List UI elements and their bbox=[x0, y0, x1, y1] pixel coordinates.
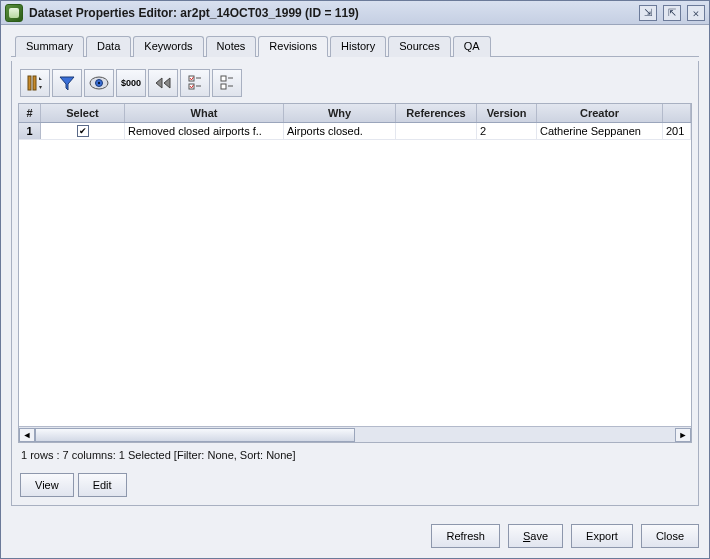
tab-notes[interactable]: Notes bbox=[206, 36, 257, 57]
col-header-creator[interactable]: Creator bbox=[537, 104, 663, 122]
view-button[interactable]: View bbox=[20, 473, 74, 497]
tab-summary[interactable]: Summary bbox=[15, 36, 84, 57]
col-header-why[interactable]: Why bbox=[284, 104, 396, 122]
checklist-b-icon[interactable] bbox=[212, 69, 242, 97]
tab-panel-revisions: $000 # Select What Why References bbox=[11, 61, 699, 506]
eye-icon[interactable] bbox=[84, 69, 114, 97]
footer-buttons: Refresh Save Export Close bbox=[1, 516, 709, 558]
scroll-right-icon[interactable]: ► bbox=[675, 428, 691, 442]
cell-rownum: 1 bbox=[19, 123, 41, 139]
maximize-icon[interactable]: ⇱ bbox=[663, 5, 681, 21]
svg-rect-9 bbox=[221, 76, 226, 81]
edit-button[interactable]: Edit bbox=[78, 473, 127, 497]
tab-sources[interactable]: Sources bbox=[388, 36, 450, 57]
rewind-icon[interactable] bbox=[148, 69, 178, 97]
close-icon[interactable]: ⨉ bbox=[687, 5, 705, 21]
tab-revisions[interactable]: Revisions bbox=[258, 36, 328, 57]
col-header-date[interactable] bbox=[663, 104, 691, 122]
cell-select[interactable] bbox=[41, 123, 125, 139]
filter-icon[interactable] bbox=[52, 69, 82, 97]
scroll-track[interactable] bbox=[35, 428, 675, 442]
cell-why: Airports closed. bbox=[284, 123, 396, 139]
tab-history[interactable]: History bbox=[330, 36, 386, 57]
col-header-references[interactable]: References bbox=[396, 104, 477, 122]
svg-rect-10 bbox=[221, 84, 226, 89]
export-button[interactable]: Export bbox=[571, 524, 633, 548]
table-row[interactable]: 1 Removed closed airports f.. Airports c… bbox=[19, 123, 691, 140]
window-frame: Dataset Properties Editor: ar2pt_14OCT03… bbox=[0, 0, 710, 559]
svg-rect-0 bbox=[28, 76, 31, 90]
cell-version: 2 bbox=[477, 123, 537, 139]
col-header-version[interactable]: Version bbox=[477, 104, 537, 122]
content-area: Summary Data Keywords Notes Revisions Hi… bbox=[1, 25, 709, 516]
horizontal-scrollbar[interactable]: ◄ ► bbox=[19, 426, 691, 442]
toolbar: $000 bbox=[18, 67, 692, 99]
tab-keywords[interactable]: Keywords bbox=[133, 36, 203, 57]
tab-qa[interactable]: QA bbox=[453, 36, 491, 57]
status-bar: 1 rows : 7 columns: 1 Selected [Filter: … bbox=[18, 447, 692, 463]
cell-date: 201 bbox=[663, 123, 691, 139]
panel-buttons: View Edit bbox=[18, 467, 692, 499]
revisions-table: # Select What Why References Version Cre… bbox=[18, 103, 692, 443]
scroll-left-icon[interactable]: ◄ bbox=[19, 428, 35, 442]
cell-references bbox=[396, 123, 477, 139]
col-header-what[interactable]: What bbox=[125, 104, 284, 122]
scroll-thumb[interactable] bbox=[35, 428, 355, 442]
tab-bar: Summary Data Keywords Notes Revisions Hi… bbox=[11, 35, 699, 57]
window-controls: ⇲ ⇱ ⨉ bbox=[639, 5, 705, 21]
sort-columns-icon[interactable] bbox=[20, 69, 50, 97]
minimize-to-tray-icon[interactable]: ⇲ bbox=[639, 5, 657, 21]
svg-point-4 bbox=[98, 82, 100, 84]
col-header-index[interactable]: # bbox=[19, 104, 41, 122]
row-checkbox[interactable] bbox=[77, 125, 89, 137]
cell-creator: Catherine Seppanen bbox=[537, 123, 663, 139]
refresh-button[interactable]: Refresh bbox=[431, 524, 500, 548]
close-button[interactable]: Close bbox=[641, 524, 699, 548]
table-body: 1 Removed closed airports f.. Airports c… bbox=[19, 123, 691, 426]
cell-what: Removed closed airports f.. bbox=[125, 123, 284, 139]
tab-data[interactable]: Data bbox=[86, 36, 131, 57]
table-header-row: # Select What Why References Version Cre… bbox=[19, 104, 691, 123]
app-icon bbox=[5, 4, 23, 22]
col-header-select[interactable]: Select bbox=[41, 104, 125, 122]
save-button[interactable]: Save bbox=[508, 524, 563, 548]
window-title: Dataset Properties Editor: ar2pt_14OCT03… bbox=[29, 6, 633, 20]
svg-rect-1 bbox=[33, 76, 36, 90]
checklist-a-icon[interactable] bbox=[180, 69, 210, 97]
titlebar: Dataset Properties Editor: ar2pt_14OCT03… bbox=[1, 1, 709, 25]
currency-icon[interactable]: $000 bbox=[116, 69, 146, 97]
